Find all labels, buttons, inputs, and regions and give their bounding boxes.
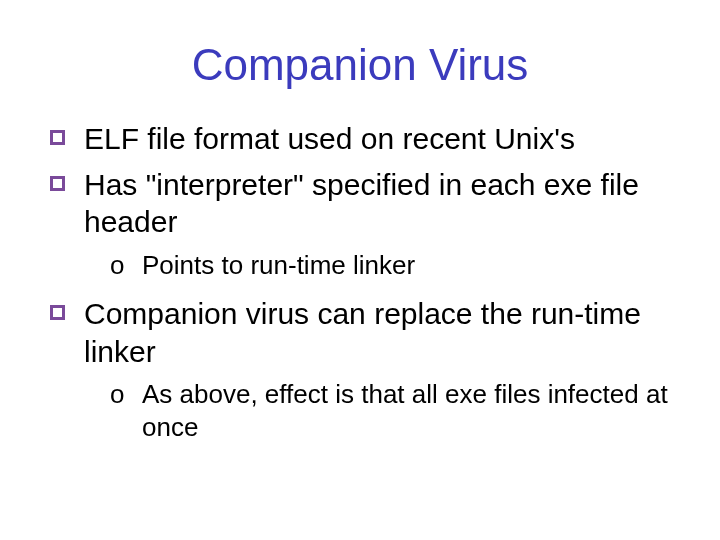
bullet-text: Has "interpreter" specified in each exe … [84, 168, 639, 239]
bullet-elf: ELF file format used on recent Unix's [50, 120, 670, 158]
subbullet-text: As above, effect is that all exe files i… [142, 379, 668, 442]
slide-title: Companion Virus [50, 40, 670, 90]
subbullet-text: Points to run-time linker [142, 250, 415, 280]
circle-bullet-icon: o [110, 378, 124, 411]
bullet-text: ELF file format used on recent Unix's [84, 122, 575, 155]
subbullet-all-infected: o As above, effect is that all exe files… [50, 378, 670, 443]
bullet-companion: Companion virus can replace the run-time… [50, 295, 670, 370]
square-bullet-icon [50, 305, 65, 320]
square-bullet-icon [50, 176, 65, 191]
slide: Companion Virus ELF file format used on … [0, 0, 720, 540]
subbullet-runtime-linker: o Points to run-time linker [50, 249, 670, 282]
bullet-text: Companion virus can replace the run-time… [84, 297, 641, 368]
circle-bullet-icon: o [110, 249, 124, 282]
square-bullet-icon [50, 130, 65, 145]
bullet-interpreter: Has "interpreter" specified in each exe … [50, 166, 670, 241]
